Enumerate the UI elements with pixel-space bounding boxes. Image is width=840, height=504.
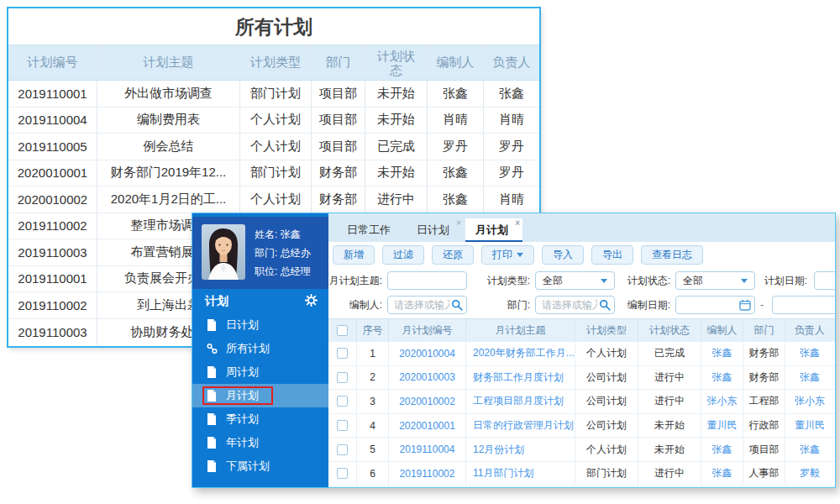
table-cell: 未开始 [365, 108, 428, 134]
sidebar-item-季计划[interactable]: 季计划 [192, 407, 328, 431]
chevron-down-icon [741, 279, 748, 283]
table-cell: 部门计划 [575, 462, 638, 486]
plan-date-input[interactable] [814, 271, 835, 290]
cell-link[interactable]: 2020年财务部工作月... [466, 342, 575, 365]
sidebar-item-label: 周计划 [226, 365, 259, 380]
checkbox-cell [328, 462, 357, 486]
cell-link[interactable]: 日常的行政管理月计划 [466, 414, 575, 438]
查看日志-button[interactable]: 查看日志 [641, 245, 703, 265]
tab-月计划[interactable]: 月计划× [465, 218, 522, 242]
sidebar-item-label: 所有计划 [226, 341, 270, 356]
cell-link[interactable]: 董川民 [701, 414, 743, 438]
sidebar-section-plan: 计划 [192, 289, 328, 313]
sidebar-item-下属计划[interactable]: 下属计划 [192, 454, 328, 478]
cell-link[interactable]: 张鑫 [701, 342, 743, 365]
cell-link[interactable]: 张小东 [701, 390, 743, 413]
table-cell: 2020010002 [8, 186, 97, 213]
tab-日计划[interactable]: 日计划× [407, 218, 464, 242]
sidebar-item-日计划[interactable]: 日计划 [192, 313, 328, 337]
calendar-icon [739, 299, 751, 311]
table-cell: 工程部 [743, 390, 785, 413]
row-checkbox[interactable] [337, 468, 348, 479]
导出-button[interactable]: 导出 [591, 245, 633, 265]
gear-icon[interactable] [305, 294, 318, 309]
table-cell: 项目部 [312, 81, 365, 107]
plan-type-select[interactable]: 全部 [535, 271, 615, 290]
row-checkbox[interactable] [337, 396, 348, 407]
cell-link[interactable]: 张小东 [785, 390, 834, 413]
close-icon[interactable]: × [515, 218, 520, 228]
cell-link[interactable]: 工程项目部月度计划 [466, 390, 575, 413]
table-cell: 未开始 [365, 160, 428, 186]
cell-link[interactable]: 2020010001 [389, 414, 466, 438]
导入-button[interactable]: 导入 [542, 245, 584, 265]
cell-link[interactable]: 12月份计划 [466, 438, 575, 461]
table-row: 6201911000211月部门计划部门计划进行中张鑫人事部罗毅 [328, 462, 835, 486]
cell-link[interactable]: 11月部门计划 [466, 462, 575, 486]
新增-button[interactable]: 新增 [333, 245, 375, 265]
cell-link[interactable]: 张鑫 [701, 366, 743, 390]
sidebar-item-年计划[interactable]: 年计划 [192, 431, 328, 454]
column-header: 负责人 [785, 319, 834, 341]
sidebar-item-周计划[interactable]: 周计划 [192, 360, 328, 384]
table-cell: 财务部 [312, 186, 365, 213]
还原-button[interactable]: 还原 [432, 245, 474, 265]
cell-link[interactable]: 2020010003 [389, 366, 466, 390]
sidebar-item-label: 下属计划 [226, 459, 270, 474]
column-header: 部门 [312, 45, 365, 81]
cell-link[interactable]: 2020010004 [389, 342, 466, 365]
row-checkbox[interactable] [337, 372, 348, 383]
column-header: 计划编号 [8, 45, 97, 81]
table-cell: 例会总结 [97, 134, 240, 160]
cell-link[interactable]: 张鑫 [785, 342, 834, 365]
column-header: 编制人 [428, 45, 484, 81]
sidebar-item-月计划[interactable]: 月计划 [192, 384, 328, 407]
row-checkbox[interactable] [337, 348, 348, 359]
user-profile: 姓名: 张鑫 部门: 总经办 职位: 总经理 [192, 217, 328, 289]
table-row: 2019110001外出做市场调查部门计划项目部未开始张鑫张鑫 [8, 81, 539, 108]
cell-link[interactable]: 张鑫 [701, 438, 743, 461]
close-icon[interactable]: × [456, 218, 461, 228]
过滤-button[interactable]: 过滤 [382, 245, 424, 265]
table-cell: 3 [357, 390, 389, 413]
table-cell: 已完成 [638, 342, 701, 365]
table-cell: 已完成 [365, 134, 428, 160]
button-label: 查看日志 [652, 246, 692, 264]
tab-label: 日常工作 [347, 223, 391, 236]
cell-link[interactable]: 张鑫 [785, 438, 834, 461]
cell-link[interactable]: 张鑫 [701, 462, 743, 486]
table-row: 5201911000412月份计划个人计划未开始张鑫项目部张鑫 [328, 438, 835, 462]
row-checkbox[interactable] [337, 444, 348, 455]
table-cell: 罗丹 [428, 134, 484, 160]
select-all-checkbox[interactable] [337, 325, 348, 336]
table-cell: 罗丹 [484, 134, 539, 160]
sidebar-item-所有计划[interactable]: 所有计划 [192, 337, 328, 360]
doc-icon [207, 460, 218, 472]
table-cell: 项目部 [312, 134, 365, 160]
row-checkbox[interactable] [337, 420, 348, 431]
cell-link[interactable]: 2019110002 [389, 462, 466, 486]
cell-link[interactable]: 罗毅 [785, 462, 834, 486]
chevron-down-icon [601, 279, 607, 283]
table-cell: 个人计划 [575, 342, 638, 365]
plan-type-label: 计划类型: [454, 271, 530, 290]
created-date-end-input[interactable] [772, 296, 835, 314]
table-cell: 行政部 [743, 414, 785, 438]
cell-link[interactable]: 财务部工作月度计划 [466, 366, 575, 390]
plan-status-select[interactable]: 全部 [675, 271, 755, 290]
table-cell: 肖晴 [428, 108, 484, 134]
doc-icon [207, 413, 218, 425]
table-cell: 公司计划 [575, 414, 638, 438]
table-cell: 张鑫 [428, 160, 484, 186]
table-row: 2020010001财务部门2019年12...部门计划财务部未开始张鑫罗丹 [8, 160, 539, 187]
tab-bar: 日常工作日计划×月计划× [328, 213, 835, 242]
cell-link[interactable]: 2019110004 [389, 438, 466, 461]
cell-link[interactable]: 董川民 [785, 414, 834, 438]
cell-link[interactable]: 2020010002 [389, 390, 466, 413]
button-label: 过滤 [393, 246, 413, 264]
打印-button[interactable]: 打印 [481, 245, 534, 265]
tab-日常工作[interactable]: 日常工作 [337, 218, 405, 242]
cell-link[interactable]: 张鑫 [785, 366, 834, 390]
page-title: 所有计划 [8, 8, 539, 45]
tab-label: 日计划 [417, 223, 449, 236]
